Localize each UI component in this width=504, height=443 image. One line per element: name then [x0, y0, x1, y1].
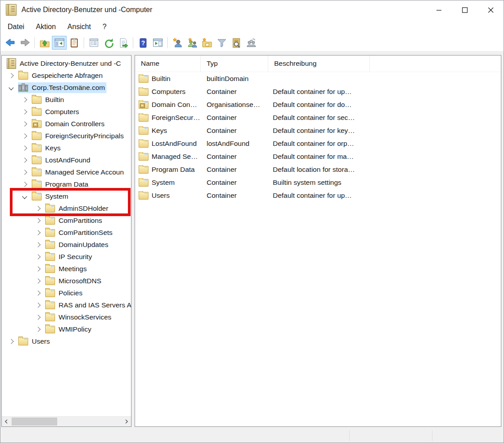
new-user-button[interactable]: [170, 36, 185, 50]
expand-chevron[interactable]: [21, 195, 31, 198]
expand-chevron[interactable]: [21, 110, 31, 114]
console-icon: [7, 58, 16, 69]
show-console-tree-button[interactable]: [52, 36, 67, 50]
expand-chevron[interactable]: [21, 170, 31, 174]
tree-item-users[interactable]: Users: [2, 335, 131, 347]
tree-item-program-data[interactable]: Program Data: [2, 178, 131, 190]
action-pane-button[interactable]: [150, 36, 165, 50]
expand-chevron[interactable]: [35, 315, 45, 319]
menu-item-aktion[interactable]: Aktion: [30, 21, 61, 33]
menu-item-[interactable]: ?: [97, 21, 112, 33]
tree-item-compartitionsets[interactable]: ComPartitionSets: [2, 226, 131, 239]
list-row-keys[interactable]: KeysContainerDefault container for key…: [135, 124, 501, 137]
list-row-lostandfound[interactable]: LostAndFoundlostAndFoundDefault containe…: [135, 137, 501, 150]
tree-item-computers[interactable]: Computers: [2, 106, 131, 118]
row-beschreibung: Default container for key…: [268, 127, 468, 135]
help-button[interactable]: ?: [136, 36, 150, 50]
tree-item-managed-service-accoun[interactable]: Managed Service Accoun: [2, 166, 131, 178]
filter-button[interactable]: [214, 36, 229, 50]
expand-chevron[interactable]: [21, 146, 31, 150]
expand-chevron[interactable]: [35, 219, 45, 222]
tree-item-lostandfound[interactable]: LostAndFound: [2, 154, 131, 166]
tree-item-domain-controllers[interactable]: Domain Controllers: [2, 118, 131, 130]
expand-chevron[interactable]: [35, 291, 45, 295]
tree-item-system[interactable]: System: [2, 190, 131, 202]
folder-icon: [139, 88, 148, 96]
new-group-button[interactable]: [185, 36, 199, 50]
tree-item-domainupdates[interactable]: DomainUpdates: [2, 239, 131, 251]
list-row-foreignsecur[interactable]: ForeignSecur…ContainerDefault container …: [135, 111, 501, 124]
tree-item-foreignsecurityprincipals[interactable]: ForeignSecurityPrincipals: [2, 130, 131, 142]
column-header-name[interactable]: Name: [135, 55, 201, 72]
expand-chevron[interactable]: [35, 328, 45, 331]
expand-chevron[interactable]: [8, 86, 18, 89]
column-header-typ[interactable]: Typ: [201, 55, 268, 72]
tree-item-active-directory-benutzer-und-c[interactable]: Active Directory-Benutzer und -C: [2, 57, 131, 69]
tree-item-adminsdholder[interactable]: AdminSDHolder: [2, 202, 131, 214]
list-row-program-data[interactable]: Program DataContainerDefault location fo…: [135, 163, 501, 176]
expand-chevron[interactable]: [35, 231, 45, 234]
tree-item-gespeicherte-abfragen[interactable]: Gespeicherte Abfragen: [2, 69, 131, 81]
tree-item-policies[interactable]: Policies: [2, 287, 131, 299]
column-header-beschreibung[interactable]: Beschreibung: [268, 55, 370, 72]
tree-item-corp-test-dom-ne-com[interactable]: Corp.Test-Domäne.com: [2, 81, 131, 94]
tree-item-ip-security[interactable]: IP Security: [2, 251, 131, 263]
scroll-right-arrow[interactable]: [122, 417, 131, 426]
refresh-button[interactable]: [101, 36, 116, 50]
back-button[interactable]: [3, 36, 17, 50]
expand-chevron[interactable]: [35, 279, 45, 283]
list-row-builtin[interactable]: BuiltinbuiltinDomain: [135, 72, 501, 85]
expand-chevron[interactable]: [35, 267, 45, 271]
tree-item-ras-and-ias-servers-a[interactable]: RAS and IAS Servers A: [2, 299, 131, 311]
tree-item-wmipolicy[interactable]: WMIPolicy: [2, 323, 131, 335]
menu-item-ansicht[interactable]: Ansicht: [62, 21, 97, 33]
scrollbar-thumb[interactable]: [12, 417, 57, 426]
list-row-managed-se[interactable]: Managed Se…ContainerDefault container fo…: [135, 150, 501, 163]
tree-item-label: Builtin: [45, 96, 64, 104]
forward-button[interactable]: [17, 36, 32, 50]
tree-item-keys[interactable]: Keys: [2, 142, 131, 154]
expand-chevron[interactable]: [35, 255, 45, 259]
expand-chevron[interactable]: [21, 122, 31, 126]
expand-chevron[interactable]: [21, 134, 31, 138]
list-row-computers[interactable]: ComputersContainerDefault container for …: [135, 85, 501, 98]
expand-chevron[interactable]: [35, 303, 45, 307]
expand-chevron[interactable]: [35, 207, 45, 210]
expand-chevron[interactable]: [8, 74, 18, 77]
folder-icon: [45, 302, 55, 309]
list-button[interactable]: [86, 36, 101, 50]
tree-item-meetings[interactable]: Meetings: [2, 263, 131, 275]
chevron-right-icon: [22, 170, 27, 175]
scroll-left-arrow[interactable]: [2, 417, 11, 426]
tree-item-builtin[interactable]: Builtin: [2, 94, 131, 106]
menu-item-datei[interactable]: Datei: [2, 21, 30, 33]
group-button[interactable]: [244, 36, 258, 50]
list-row-domain-con[interactable]: Domain Con…Organisationse…Default contai…: [135, 98, 501, 111]
properties-button[interactable]: [67, 36, 81, 50]
export-list-button[interactable]: [116, 36, 131, 50]
row-typ: Organisationse…: [201, 101, 268, 109]
maximize-button[interactable]: [452, 0, 478, 19]
up-one-level-button[interactable]: [37, 36, 52, 50]
expand-chevron[interactable]: [21, 158, 31, 162]
new-ou-button[interactable]: [199, 36, 214, 50]
tree-item-label: ComPartitionSets: [59, 229, 113, 237]
find-button[interactable]: [229, 36, 244, 50]
expand-chevron[interactable]: [8, 340, 18, 343]
horizontal-scrollbar[interactable]: [2, 416, 131, 426]
tree-item-microsoftdns[interactable]: MicrosoftDNS: [2, 275, 131, 287]
folder-icon: [139, 140, 148, 148]
folder-icon: [32, 132, 42, 140]
tree-item-winsockservices[interactable]: WinsockServices: [2, 311, 131, 323]
chevron-right-icon: [8, 339, 13, 344]
minimize-button[interactable]: [426, 0, 452, 19]
close-button[interactable]: [478, 0, 504, 19]
list-row-users[interactable]: UsersContainerDefault container for up…: [135, 189, 501, 202]
expand-chevron[interactable]: [21, 98, 31, 102]
expand-chevron[interactable]: [21, 183, 31, 186]
tree-item-compartitions[interactable]: ComPartitions: [2, 214, 131, 226]
expand-chevron[interactable]: [35, 243, 45, 247]
chevron-right-icon: [35, 290, 40, 295]
folder-icon: [139, 75, 148, 83]
list-row-system[interactable]: SystemContainerBuiltin system settings: [135, 176, 501, 189]
